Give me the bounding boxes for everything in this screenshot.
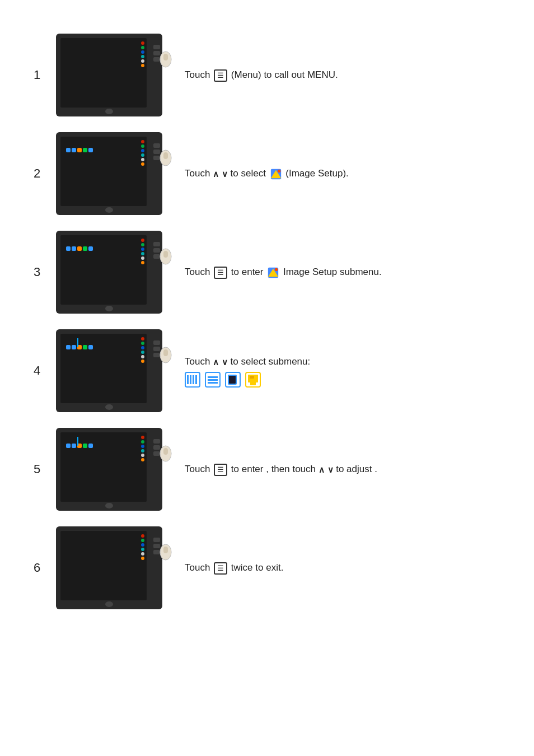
- svg-rect-33: [163, 547, 168, 553]
- step-3-monitor: [56, 231, 168, 314]
- step-4-number: 4: [34, 363, 56, 378]
- step-2-instruction: Touch ∧ ∨ to select (Image Setup).: [185, 166, 500, 181]
- arrow-up-2: ∧: [213, 167, 219, 181]
- step-2-number: 2: [34, 166, 56, 181]
- submenu-icon-save: [245, 372, 261, 388]
- step-5-row: 5: [34, 428, 500, 511]
- step-5-number: 5: [34, 462, 56, 477]
- step-1-number: 1: [34, 68, 56, 82]
- step-5-monitor: [56, 428, 168, 511]
- svg-rect-25: [229, 376, 236, 384]
- step-3-row: 3: [34, 231, 500, 314]
- svg-rect-3: [163, 152, 168, 159]
- step-6-number: 6: [34, 561, 56, 575]
- submenu-icon-menu: [205, 372, 221, 388]
- menu-icon-1: ☰: [214, 69, 227, 82]
- arrow-down-2: ∨: [222, 167, 228, 181]
- svg-rect-29: [250, 376, 254, 379]
- svg-rect-31: [163, 448, 168, 455]
- step-1-instruction: Touch ☰ (Menu) to call out MENU.: [185, 67, 500, 82]
- step-6-row: 6: [34, 526, 500, 609]
- submenu-icons-row: [185, 372, 500, 388]
- step-3-number: 3: [34, 265, 56, 279]
- svg-rect-13: [163, 349, 168, 356]
- step-2-monitor: [56, 132, 168, 215]
- svg-rect-16: [190, 375, 191, 384]
- svg-rect-17: [193, 375, 194, 384]
- step-4-row: 4: [34, 329, 500, 412]
- svg-rect-21: [208, 379, 218, 381]
- step-2-row: 2: [34, 132, 500, 215]
- svg-point-11: [275, 268, 278, 272]
- svg-rect-22: [208, 382, 218, 384]
- submenu-icon-color: [225, 372, 241, 388]
- menu-icon-5: ☰: [214, 464, 227, 476]
- step-5-instruction: Touch ☰ to enter , then touch ∧ ∨ to adj…: [185, 461, 500, 477]
- submenu-icon-contrast: [185, 372, 200, 388]
- svg-rect-8: [163, 251, 168, 258]
- step-1-row: 1: [34, 34, 500, 116]
- step-3-instruction: Touch ☰ to enter Image Setup submenu.: [185, 264, 500, 279]
- image-setup-icon-3: [267, 267, 279, 279]
- arrow-down-5: ∨: [327, 463, 334, 477]
- step-6-monitor: [56, 526, 168, 609]
- svg-rect-28: [250, 382, 256, 385]
- arrow-up-4: ∧: [213, 356, 219, 369]
- step-4-instruction: Touch ∧ ∨ to select submenu:: [185, 354, 500, 387]
- svg-rect-18: [195, 375, 197, 384]
- menu-icon-6: ☰: [214, 562, 227, 575]
- svg-rect-20: [208, 376, 218, 378]
- arrow-down-4: ∨: [222, 356, 228, 369]
- svg-point-6: [277, 170, 280, 173]
- arrow-up-5: ∧: [318, 463, 325, 477]
- svg-rect-15: [187, 375, 189, 384]
- step-6-instruction: Touch ☰ twice to exit.: [185, 560, 500, 575]
- image-setup-icon-2: [270, 168, 282, 180]
- menu-icon-3: ☰: [214, 267, 227, 279]
- step-1-monitor: [56, 34, 168, 116]
- svg-rect-1: [163, 54, 168, 60]
- page-container: 1: [0, 0, 534, 659]
- step-4-monitor: [56, 329, 168, 412]
